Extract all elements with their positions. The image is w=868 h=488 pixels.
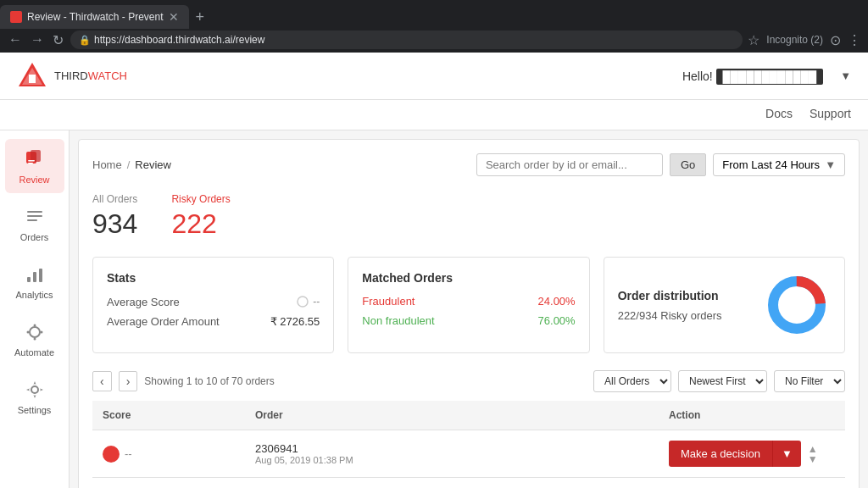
breadcrumb-current: Review bbox=[135, 158, 171, 171]
new-tab-button[interactable]: + bbox=[196, 8, 205, 26]
decision-dropdown-button[interactable]: ▼ bbox=[772, 441, 801, 467]
active-tab[interactable]: Review - Thirdwatch - Prevent ✕ bbox=[0, 5, 189, 29]
fraudulent-label: Fraudulent bbox=[362, 295, 415, 308]
breadcrumb-home[interactable]: Home bbox=[92, 158, 122, 171]
user-name-badge: ████████████ bbox=[716, 69, 824, 85]
logo-icon bbox=[17, 61, 47, 92]
svg-rect-8 bbox=[27, 211, 42, 213]
risky-orders-label: Risky Orders bbox=[171, 193, 230, 205]
average-order-row: Average Order Amount ₹ 2726.55 bbox=[107, 315, 320, 328]
address-bar[interactable]: 🔒 https://dashboard.thirdwatch.ai/review bbox=[70, 30, 743, 49]
sidebar-analytics-label: Analytics bbox=[15, 290, 53, 300]
hello-text: Hello! ████████████ bbox=[682, 69, 823, 83]
browser-tabs: Review - Thirdwatch - Prevent ✕ + bbox=[0, 0, 868, 27]
svg-rect-12 bbox=[33, 272, 36, 282]
breadcrumb-separator: / bbox=[127, 158, 131, 171]
svg-point-16 bbox=[33, 338, 36, 341]
make-decision-button[interactable]: Make a decision bbox=[669, 441, 772, 467]
svg-rect-7 bbox=[28, 163, 33, 164]
sort-order-filter[interactable]: Newest First bbox=[678, 370, 767, 392]
pagination-info: Showing 1 to 10 of 70 orders bbox=[144, 375, 274, 387]
svg-rect-3 bbox=[29, 75, 36, 83]
logo-third: THIRDWATCH bbox=[54, 69, 127, 82]
svg-point-23 bbox=[105, 448, 117, 460]
non-fraudulent-pct: 76.00% bbox=[538, 314, 576, 327]
orders-summary: All Orders 934 Risky Orders 222 bbox=[92, 193, 845, 240]
reload-button[interactable]: ↻ bbox=[51, 30, 65, 50]
nav-links: Docs Support bbox=[765, 107, 851, 123]
content-header: Home / Review Go From Last 24 Hours ▼ bbox=[92, 153, 845, 176]
sidebar-item-orders[interactable]: Orders bbox=[5, 197, 64, 251]
svg-point-14 bbox=[30, 327, 40, 337]
table-filters: All Orders Newest First No Filter bbox=[593, 370, 845, 392]
action-arrows: ▲ ▼ bbox=[808, 444, 818, 464]
risky-orders-value: 222 bbox=[171, 208, 230, 240]
profile-dropdown-icon[interactable]: ▼ bbox=[840, 69, 851, 82]
score-cell: -- bbox=[92, 430, 245, 478]
arrow-down-icon[interactable]: ▼ bbox=[808, 454, 818, 464]
fraudulent-row: Fraudulent 24.00% bbox=[362, 295, 575, 308]
docs-link[interactable]: Docs bbox=[765, 107, 793, 123]
order-date: Aug 05, 2019 01:38 PM bbox=[255, 455, 648, 465]
svg-rect-0 bbox=[12, 13, 20, 21]
next-page-button[interactable]: › bbox=[119, 371, 138, 391]
time-filter-label: From Last 24 Hours bbox=[722, 158, 820, 171]
all-orders-label: All Orders bbox=[92, 193, 137, 205]
order-dist-description: 222/934 Risky orders bbox=[618, 309, 722, 322]
time-filter-arrow-icon: ▼ bbox=[825, 158, 836, 171]
all-orders-value: 934 bbox=[92, 208, 137, 240]
average-score-row: Average Score -- bbox=[107, 295, 320, 308]
profile-icon[interactable]: ⊙ bbox=[830, 32, 841, 48]
average-score-label: Average Score bbox=[107, 296, 180, 308]
donut-chart bbox=[763, 271, 831, 339]
logo: THIRDWATCH bbox=[17, 61, 127, 92]
sidebar-item-automate[interactable]: Automate bbox=[5, 312, 64, 366]
score-cell-2 bbox=[92, 478, 245, 489]
risky-orders-stat: Risky Orders 222 bbox=[171, 193, 230, 240]
support-link[interactable]: Support bbox=[810, 107, 851, 123]
content-inner: Home / Review Go From Last 24 Hours ▼ bbox=[78, 139, 860, 488]
non-fraudulent-label: Non fraudulent bbox=[362, 314, 434, 327]
back-button[interactable]: ← bbox=[7, 30, 24, 49]
toolbar-right: ☆ Incognito (2) ⊙ ⋮ bbox=[748, 32, 861, 48]
second-nav: Docs Support bbox=[0, 100, 868, 130]
status-filter[interactable]: No Filter bbox=[774, 370, 845, 392]
sidebar-orders-label: Orders bbox=[20, 232, 49, 242]
sidebar-item-analytics[interactable]: Analytics bbox=[5, 254, 64, 308]
browser-toolbar: ← → ↻ 🔒 https://dashboard.thirdwatch.ai/… bbox=[0, 27, 868, 53]
analytics-icon bbox=[23, 263, 47, 286]
svg-rect-11 bbox=[27, 277, 31, 282]
arrow-up-icon[interactable]: ▲ bbox=[808, 444, 818, 454]
time-filter-dropdown[interactable]: From Last 24 Hours ▼ bbox=[713, 153, 845, 176]
sidebar-item-review[interactable]: Review bbox=[5, 139, 64, 193]
tab-favicon bbox=[10, 11, 22, 23]
star-icon[interactable]: ☆ bbox=[748, 32, 760, 48]
lock-icon: 🔒 bbox=[79, 35, 91, 46]
go-button[interactable]: Go bbox=[670, 153, 706, 176]
main-body: Review Orders Analytics Au bbox=[0, 130, 868, 488]
tab-close-button[interactable]: ✕ bbox=[169, 10, 179, 24]
search-input[interactable] bbox=[476, 153, 663, 176]
forward-button[interactable]: → bbox=[29, 30, 46, 49]
breadcrumb: Home / Review bbox=[92, 158, 171, 171]
menu-icon[interactable]: ⋮ bbox=[848, 32, 861, 48]
top-nav: THIRDWATCH Hello! ████████████ ▼ bbox=[0, 53, 868, 100]
stats-card: Stats Average Score -- Average Order Amo… bbox=[92, 257, 334, 353]
orders-table: Score Order Action bbox=[92, 401, 845, 488]
score-icon-indicator: -- bbox=[296, 295, 320, 308]
order-type-filter[interactable]: All Orders bbox=[593, 370, 671, 392]
svg-point-19 bbox=[31, 386, 38, 393]
table-controls: ‹ › Showing 1 to 10 of 70 orders All Ord… bbox=[92, 370, 845, 392]
order-id: 2306941 bbox=[255, 442, 648, 455]
automate-icon bbox=[23, 320, 47, 344]
score-column-header: Score bbox=[92, 401, 245, 430]
browser-chrome: Review - Thirdwatch - Prevent ✕ + ← → ↻ … bbox=[0, 0, 868, 53]
matched-orders-title: Matched Orders bbox=[362, 271, 575, 285]
svg-point-15 bbox=[33, 324, 36, 327]
incognito-label: Incognito (2) bbox=[766, 34, 823, 46]
score-icon-red bbox=[103, 446, 120, 463]
sidebar-item-settings[interactable]: Settings bbox=[5, 369, 64, 424]
action-column-header: Action bbox=[659, 401, 845, 430]
fraudulent-pct: 24.00% bbox=[538, 295, 576, 308]
prev-page-button[interactable]: ‹ bbox=[92, 371, 112, 391]
